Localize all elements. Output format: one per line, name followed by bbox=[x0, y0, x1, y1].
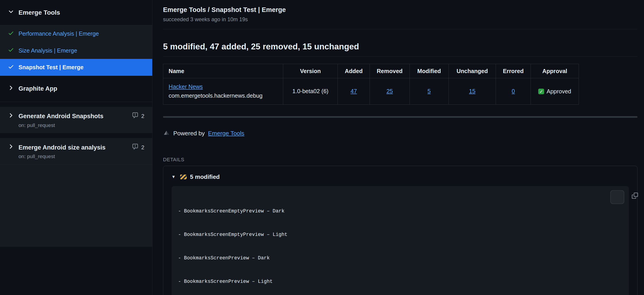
unchanged-count-link[interactable]: 15 bbox=[469, 88, 475, 94]
app-name-link[interactable]: Hacker News bbox=[169, 84, 203, 90]
sidebar-group-label: Emerge Tools bbox=[18, 9, 60, 16]
run-label: Size Analysis | Emerge bbox=[18, 47, 77, 54]
table-header-row: Name Version Added Removed Modified Unch… bbox=[163, 64, 579, 78]
annotation-bubble-icon bbox=[132, 112, 138, 120]
app-bundle-id: com.emergetools.hackernews.debug bbox=[169, 92, 262, 99]
cell-modified: 5 bbox=[410, 78, 448, 104]
sidebar-group-emerge-tools[interactable]: Emerge Tools bbox=[0, 0, 152, 25]
annotation-count: 2 bbox=[141, 113, 144, 119]
added-count-link[interactable]: 47 bbox=[351, 88, 357, 94]
errored-count-link[interactable]: 0 bbox=[512, 88, 515, 94]
sidebar-item-snapshot-test[interactable]: Snapshot Test | Emerge bbox=[0, 59, 152, 76]
column-header-unchanged: Unchanged bbox=[448, 64, 496, 78]
details-box: ▼ 5 modified - BookmarksScreenEmptyPrevi… bbox=[163, 166, 638, 295]
workflow-trigger: on: pull_request bbox=[8, 122, 144, 128]
column-header-version: Version bbox=[283, 64, 338, 78]
workflow-trigger: on: pull_request bbox=[8, 153, 144, 160]
green-check-icon: ✓ bbox=[538, 89, 544, 94]
sidebar-group-label: Graphite App bbox=[18, 85, 57, 92]
sidebar: Emerge Tools Performance Analysis | Emer… bbox=[0, 0, 152, 295]
cell-unchanged: 15 bbox=[448, 78, 496, 104]
run-header: Emerge Tools / Snapshot Test | Emerge su… bbox=[163, 0, 638, 29]
summary-heading: 5 modified, 47 added, 25 removed, 15 unc… bbox=[163, 42, 638, 56]
cell-name: Hacker News com.emergetools.hackernews.d… bbox=[163, 78, 283, 104]
chevron-right-icon bbox=[8, 85, 14, 92]
sidebar-workflow-emerge-android-size-analysis[interactable]: Emerge Android size analysis 2 on: pull_… bbox=[0, 138, 152, 164]
modified-section-toggle[interactable]: ▼ 5 modified bbox=[172, 174, 629, 180]
check-icon bbox=[8, 30, 14, 38]
sidebar-run-list: Performance Analysis | Emerge Size Analy… bbox=[0, 25, 152, 76]
copy-icon bbox=[596, 185, 638, 209]
table-row: Hacker News com.emergetools.hackernews.d… bbox=[163, 78, 579, 104]
column-header-removed: Removed bbox=[370, 64, 410, 78]
emerge-tools-link[interactable]: Emerge Tools bbox=[208, 130, 244, 137]
chevron-right-icon bbox=[8, 144, 14, 151]
run-label: Performance Analysis | Emerge bbox=[18, 30, 99, 37]
workflow-label: Emerge Android size analysis bbox=[18, 144, 106, 151]
powered-by-row: Powered by Emerge Tools bbox=[163, 129, 638, 138]
checks-page: Emerge Tools Performance Analysis | Emer… bbox=[0, 0, 644, 295]
column-header-errored: Errored bbox=[496, 64, 531, 78]
code-line: - BookmarksScreenPreview – Light bbox=[178, 278, 622, 286]
triangle-down-icon: ▼ bbox=[172, 174, 177, 179]
construction-icon bbox=[180, 174, 187, 180]
sidebar-filler bbox=[0, 164, 152, 247]
emerge-logo-icon bbox=[163, 129, 170, 138]
check-icon bbox=[8, 47, 14, 54]
column-header-approval: Approval bbox=[531, 64, 579, 78]
column-header-name: Name bbox=[163, 64, 283, 78]
cell-errored: 0 bbox=[496, 78, 531, 104]
sidebar-item-performance-analysis[interactable]: Performance Analysis | Emerge bbox=[0, 25, 152, 42]
powered-by-text: Powered by bbox=[174, 130, 205, 137]
run-label: Snapshot Test | Emerge bbox=[18, 64, 84, 70]
code-line: - BookmarksScreenEmptyPreview – Light bbox=[178, 231, 622, 239]
cell-added: 47 bbox=[338, 78, 370, 104]
page-title: Emerge Tools / Snapshot Test | Emerge bbox=[163, 6, 638, 14]
column-header-added: Added bbox=[338, 64, 370, 78]
code-line: - BookmarksScreenEmptyPreview – Dark bbox=[178, 208, 622, 216]
cell-version: 1.0-beta02 (6) bbox=[283, 78, 338, 104]
divider bbox=[163, 116, 638, 118]
annotation-bubble-icon bbox=[132, 144, 138, 151]
cell-removed: 25 bbox=[370, 78, 410, 104]
sidebar-group-graphite-app[interactable]: Graphite App bbox=[0, 76, 152, 102]
run-status-text: succeeded 3 weeks ago in 10m 19s bbox=[163, 16, 638, 22]
workflow-label: Generate Android Snapshots bbox=[18, 112, 104, 120]
code-line: - BookmarksScreenPreview – Dark bbox=[178, 254, 622, 262]
approval-status-text: Approved bbox=[546, 87, 571, 96]
chevron-down-icon bbox=[8, 8, 14, 16]
modified-count-link[interactable]: 5 bbox=[428, 88, 431, 94]
annotation-count: 2 bbox=[141, 144, 144, 151]
chevron-right-icon bbox=[8, 112, 14, 120]
sidebar-item-size-analysis[interactable]: Size Analysis | Emerge bbox=[0, 42, 152, 59]
results-table: Name Version Added Removed Modified Unch… bbox=[163, 64, 579, 104]
main-content: Emerge Tools / Snapshot Test | Emerge su… bbox=[152, 0, 644, 295]
copy-button[interactable] bbox=[610, 190, 624, 204]
removed-count-link[interactable]: 25 bbox=[386, 88, 393, 94]
modified-summary-label: 5 modified bbox=[190, 174, 220, 180]
check-icon bbox=[8, 64, 14, 71]
modified-code-block: - BookmarksScreenEmptyPreview – Dark - B… bbox=[172, 186, 629, 295]
sidebar-workflow-generate-android-snapshots[interactable]: Generate Android Snapshots 2 on: pull_re… bbox=[0, 107, 152, 133]
details-section-label: DETAILS bbox=[163, 157, 638, 162]
cell-approval: ✓ Approved bbox=[531, 78, 579, 104]
column-header-modified: Modified bbox=[410, 64, 448, 78]
